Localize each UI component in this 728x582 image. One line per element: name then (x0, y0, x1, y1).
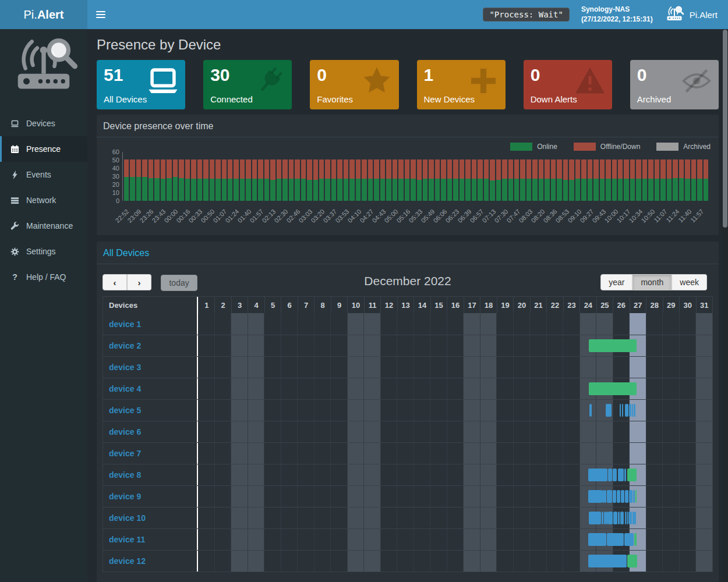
day-cell (563, 400, 579, 421)
summary-card-connected[interactable]: 30Connected (203, 60, 292, 109)
device-link[interactable]: device 4 (109, 384, 141, 393)
presence-event-past[interactable] (624, 469, 626, 481)
device-link[interactable]: device 3 (109, 363, 141, 372)
presence-event-past[interactable] (608, 512, 613, 524)
calendar-view-week-button[interactable]: week (672, 274, 707, 290)
calendar-view-month-button[interactable]: month (632, 274, 672, 290)
day-cell (281, 551, 298, 572)
presence-event-past[interactable] (607, 490, 612, 503)
presence-event-current[interactable] (627, 555, 637, 567)
summary-card-down-alerts[interactable]: 0Down Alerts (524, 60, 612, 109)
day-cell (463, 551, 480, 572)
device-link[interactable]: device 10 (109, 513, 146, 523)
presence-event-past[interactable] (618, 469, 624, 481)
presence-event-past[interactable] (629, 490, 632, 503)
presence-event-past[interactable] (620, 404, 621, 417)
presence-event-past[interactable] (621, 490, 624, 503)
presence-event-past[interactable] (588, 533, 606, 546)
presence-event-past[interactable] (617, 490, 620, 503)
sidebar-item-help-faq[interactable]: ?Help / FAQ (0, 264, 87, 290)
presence-event-past[interactable] (627, 512, 628, 524)
presence-event-past[interactable] (604, 512, 606, 524)
sidebar-item-devices[interactable]: Devices (0, 111, 87, 136)
presence-event-past[interactable] (588, 469, 607, 481)
day-cell (198, 400, 214, 421)
presence-event-past[interactable] (628, 512, 632, 524)
device-link[interactable]: device 9 (109, 492, 141, 501)
presence-event-past[interactable] (588, 490, 602, 503)
presence-event-past[interactable] (606, 512, 607, 524)
presence-event-past[interactable] (625, 512, 626, 524)
chart-bar (301, 152, 306, 201)
presence-event-current[interactable] (589, 339, 637, 352)
presence-event-current[interactable] (634, 533, 637, 546)
presence-event-past[interactable] (606, 404, 612, 417)
day-header-cell: 13 (397, 297, 414, 313)
presence-event-past[interactable] (633, 490, 635, 503)
device-link[interactable]: device 8 (109, 470, 141, 480)
warning-icon (574, 65, 606, 97)
presence-event-past[interactable] (607, 533, 623, 546)
summary-card-new-devices[interactable]: 1New Devices (417, 60, 506, 109)
sidebar-item-presence[interactable]: Presence (0, 136, 87, 162)
chart-bar (514, 152, 519, 201)
presence-event-past[interactable] (589, 512, 601, 524)
presence-event-past[interactable] (634, 404, 635, 417)
device-link[interactable]: device 2 (109, 341, 141, 350)
calendar-prev-button[interactable]: ‹ (103, 274, 127, 290)
device-link[interactable]: device 12 (109, 556, 146, 566)
hamburger-icon[interactable] (87, 0, 114, 29)
calendar-next-button[interactable]: › (127, 274, 151, 290)
device-link[interactable]: device 6 (109, 427, 141, 436)
presence-event-past[interactable] (608, 469, 612, 481)
presence-event-past[interactable] (605, 490, 606, 503)
scrollbar-thumb[interactable] (723, 30, 727, 228)
day-cell (463, 400, 480, 421)
presence-event-past[interactable] (632, 512, 634, 524)
presence-event-past[interactable] (620, 512, 624, 524)
chart-bar (588, 152, 592, 201)
device-link[interactable]: device 5 (109, 406, 141, 415)
day-cell (330, 508, 347, 528)
summary-card-all-devices[interactable]: 51All Devices (97, 60, 185, 109)
presence-event-current[interactable] (627, 469, 637, 481)
device-link[interactable]: device 11 (109, 535, 145, 544)
summary-card-favorites[interactable]: 0Favorites (310, 60, 398, 109)
presence-event-past[interactable] (625, 490, 628, 503)
presence-event-past[interactable] (589, 404, 592, 417)
day-cell (380, 313, 397, 335)
presence-event-past[interactable] (602, 490, 604, 503)
day-cell (513, 443, 530, 464)
presence-event-past[interactable] (629, 404, 631, 417)
presence-event-past[interactable] (634, 512, 636, 524)
calendar-toolbar: ‹ › today December 2022 yearmonthweek (103, 274, 713, 290)
calendar-today-button[interactable]: today (161, 275, 197, 291)
presence-event-past[interactable] (622, 404, 623, 417)
device-timeline (198, 443, 712, 464)
sidebar-item-maintenance[interactable]: Maintenance (0, 213, 87, 239)
presence-event-past[interactable] (613, 469, 617, 481)
device-link[interactable]: device 1 (109, 320, 141, 329)
presence-event-past[interactable] (613, 512, 617, 524)
day-cell (198, 421, 214, 442)
day-cell (463, 508, 480, 528)
presence-event-past[interactable] (632, 404, 634, 417)
chart-bar (136, 152, 141, 201)
calendar-view-year-button[interactable]: year (600, 274, 632, 290)
presence-event-past[interactable] (618, 512, 620, 524)
presence-event-past[interactable] (625, 404, 628, 417)
day-cell (695, 378, 712, 399)
presence-event-current[interactable] (635, 490, 637, 503)
presence-event-past[interactable] (588, 555, 627, 567)
device-link[interactable]: device 7 (109, 449, 141, 458)
brand-logo[interactable]: Pi.Alert (0, 0, 87, 29)
sidebar-item-network[interactable]: Network (0, 187, 87, 213)
sidebar-item-settings[interactable]: Settings (0, 239, 87, 264)
presence-event-past[interactable] (624, 533, 634, 546)
eye-slash-icon (680, 65, 713, 97)
presence-event-past[interactable] (602, 512, 603, 524)
sidebar-item-events[interactable]: Events (0, 162, 87, 187)
presence-event-past[interactable] (613, 490, 616, 503)
summary-card-archived[interactable]: 0Archived (630, 60, 719, 109)
presence-event-current[interactable] (589, 382, 637, 395)
